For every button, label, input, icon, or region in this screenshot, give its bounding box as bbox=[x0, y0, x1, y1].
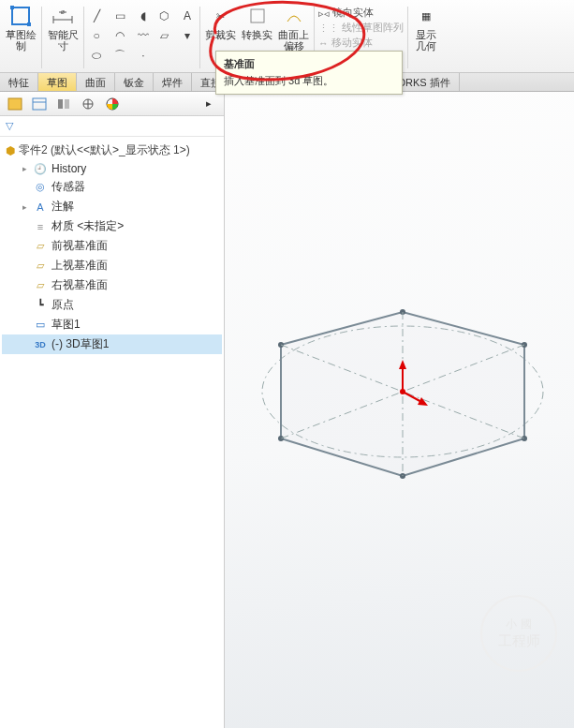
sketch-tools-grid: ╱ ▭ ◖ ○ ◠ 〰 ⬭ ⌒ · bbox=[86, 3, 154, 72]
plane-icon: ▱ bbox=[33, 240, 48, 253]
part-icon: ⬢ bbox=[6, 144, 15, 157]
tree-item-right-plane[interactable]: ▱右视基准面 bbox=[2, 275, 222, 295]
svg-rect-4 bbox=[251, 9, 264, 22]
trim-icon: ✂ bbox=[210, 5, 232, 27]
tooltip-title: 基准面 bbox=[224, 57, 394, 71]
filter-row: ▽ bbox=[0, 116, 224, 137]
3dsketch-icon: 3D bbox=[33, 338, 48, 351]
label: 前视基准面 bbox=[52, 238, 108, 254]
tree-tab-property-icon[interactable] bbox=[30, 96, 49, 112]
svg-point-29 bbox=[400, 389, 405, 394]
expand-icon[interactable]: ▸ bbox=[21, 164, 29, 173]
annotation-icon: A bbox=[33, 201, 48, 214]
label: 转换实 bbox=[242, 29, 272, 40]
move-icon: ↔ bbox=[318, 37, 329, 49]
svg-rect-9 bbox=[65, 99, 69, 109]
sketch-icon: ▭ bbox=[33, 319, 48, 332]
label: 零件2 (默认<<默认>_显示状态 1>) bbox=[19, 142, 190, 158]
watermark-line1: 小 國 bbox=[506, 617, 531, 632]
spline-tool-icon[interactable]: 〰 bbox=[133, 26, 154, 45]
material-icon: ≡ bbox=[33, 220, 48, 233]
polygon-tool-icon[interactable]: ⬡ bbox=[154, 7, 174, 25]
mirror-icon: ▹◃ bbox=[318, 7, 330, 19]
tree-tab-featuremanager-icon[interactable] bbox=[6, 96, 24, 112]
label: 材质 <未指定> bbox=[52, 218, 124, 234]
tooltip-body: 插入基准面到 3d 草图。 bbox=[224, 74, 394, 88]
sensor-icon: ◎ bbox=[33, 181, 48, 194]
tree-item-top-plane[interactable]: ▱上视基准面 bbox=[2, 256, 222, 275]
tab-sheetmetal[interactable]: 钣金 bbox=[115, 73, 154, 91]
offset-icon bbox=[283, 5, 305, 27]
tree-item-sensors[interactable]: ◎传感器 bbox=[2, 177, 222, 197]
label: 草图1 bbox=[52, 317, 81, 333]
arc-tool-icon[interactable]: ◠ bbox=[110, 26, 130, 45]
svg-rect-2 bbox=[27, 22, 31, 26]
feature-tree: ⬢ 零件2 (默认<<默认>_显示状态 1>) ▸🕘History ◎传感器 ▸… bbox=[0, 137, 224, 728]
svg-rect-5 bbox=[8, 98, 22, 110]
label: (-) 3D草图1 bbox=[52, 336, 109, 352]
ellipse-tool-icon[interactable]: ⬭ bbox=[86, 46, 107, 65]
smart-dimension-button[interactable]: ø 智能尺 寸 bbox=[44, 3, 81, 72]
tree-root[interactable]: ⬢ 零件2 (默认<<默认>_显示状态 1>) bbox=[2, 141, 222, 160]
text-tool-icon[interactable]: A bbox=[177, 7, 198, 25]
point-tool-icon[interactable]: · bbox=[133, 46, 154, 65]
tree-item-annotations[interactable]: ▸A注解 bbox=[2, 197, 222, 216]
plane-tool-icon[interactable]: ▱ bbox=[154, 26, 174, 45]
move-entities-button[interactable]: ↔移动实体 bbox=[318, 37, 404, 50]
workspace: ▸ ▽ ⬢ 零件2 (默认<<默认>_显示状态 1>) ▸🕘History ◎传… bbox=[0, 92, 574, 728]
display-button[interactable]: ▦ 显示 几何 bbox=[410, 3, 442, 72]
fillet-tool-icon[interactable]: ⌒ bbox=[110, 46, 130, 65]
label: 剪裁实 bbox=[205, 29, 236, 40]
plane-tooltip: 基准面 插入基准面到 3d 草图。 bbox=[215, 51, 403, 95]
tree-tab-dim-icon[interactable] bbox=[79, 96, 97, 112]
tree-item-material[interactable]: ≡材质 <未指定> bbox=[2, 216, 222, 236]
sketch-draw-button[interactable]: 草图绘 制 bbox=[2, 3, 39, 72]
mirror-button[interactable]: ▹◃镜向实体 bbox=[318, 7, 404, 20]
rect-tool-icon[interactable]: ▭ bbox=[110, 7, 130, 25]
label: History bbox=[52, 162, 86, 175]
tab-features[interactable]: 特征 bbox=[0, 73, 38, 91]
plane-icon: ▱ bbox=[33, 279, 48, 292]
tree-toolbar: ▸ bbox=[0, 92, 224, 116]
separator bbox=[407, 7, 408, 68]
linear-pattern-button[interactable]: ⋮⋮线性草图阵列 bbox=[318, 22, 404, 35]
label: 传感器 bbox=[52, 179, 85, 195]
slot-tool-icon[interactable]: ◖ bbox=[133, 7, 154, 25]
svg-text:ø: ø bbox=[61, 8, 66, 15]
tree-item-front-plane[interactable]: ▱前视基准面 bbox=[2, 236, 222, 256]
sketch-icon bbox=[9, 5, 32, 27]
tree-item-history[interactable]: ▸🕘History bbox=[2, 160, 222, 177]
expand-icon[interactable]: ▸ bbox=[21, 202, 29, 212]
svg-rect-6 bbox=[33, 98, 46, 110]
label: 右视基准面 bbox=[52, 277, 108, 293]
tree-tab-config-icon[interactable] bbox=[54, 96, 73, 112]
graphics-viewport[interactable]: 小 國 工程师 bbox=[225, 92, 574, 728]
tree-collapse-icon[interactable]: ▸ bbox=[199, 96, 218, 112]
label: 线性草图阵列 bbox=[342, 22, 404, 35]
label: 注解 bbox=[52, 199, 74, 215]
separator bbox=[83, 7, 84, 68]
more-tool-icon[interactable]: ▾ bbox=[177, 26, 198, 45]
label: 镜向实体 bbox=[332, 7, 374, 20]
plane-icon: ▱ bbox=[33, 260, 48, 273]
label: 草图绘 制 bbox=[6, 29, 37, 52]
label: 曲面上 偏移 bbox=[278, 29, 309, 52]
label: 原点 bbox=[52, 297, 74, 313]
filter-icon[interactable]: ▽ bbox=[6, 120, 13, 132]
label: 显示 几何 bbox=[416, 29, 436, 52]
circle-tool-icon[interactable]: ○ bbox=[86, 26, 107, 45]
tab-weldment[interactable]: 焊件 bbox=[154, 73, 192, 91]
separator bbox=[41, 7, 42, 68]
tree-tab-appearance-icon[interactable] bbox=[103, 96, 122, 112]
display-icon: ▦ bbox=[415, 5, 437, 27]
label: 移动实体 bbox=[331, 37, 373, 50]
tree-item-3dsketch1[interactable]: 3D(-) 3D草图1 bbox=[2, 334, 222, 354]
tab-sketch[interactable]: 草图 bbox=[38, 73, 77, 91]
tab-surface[interactable]: 曲面 bbox=[77, 73, 115, 91]
label: 上视基准面 bbox=[52, 258, 108, 274]
tree-item-origin[interactable]: ┗原点 bbox=[2, 295, 222, 315]
tree-item-sketch1[interactable]: ▭草图1 bbox=[2, 315, 222, 334]
watermark-line2: 工程师 bbox=[498, 632, 540, 650]
line-tool-icon[interactable]: ╱ bbox=[86, 7, 107, 25]
history-icon: 🕘 bbox=[33, 162, 48, 175]
